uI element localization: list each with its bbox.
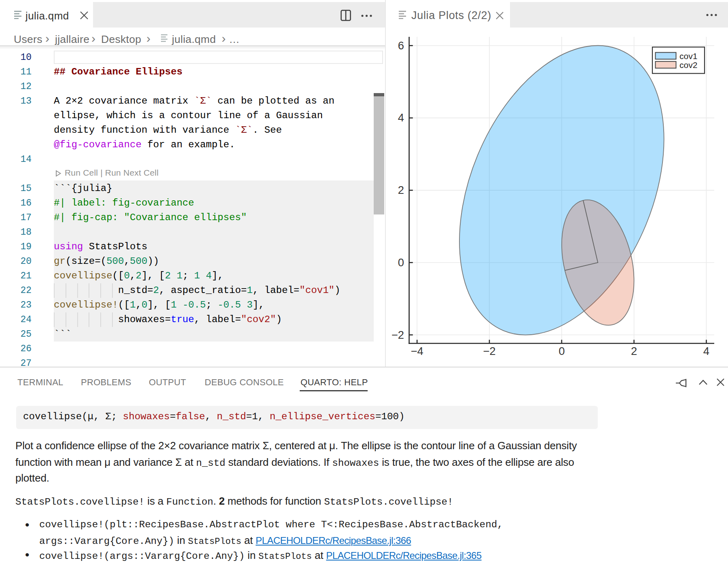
svg-text:cov2: cov2 bbox=[679, 60, 697, 70]
svg-text:4: 4 bbox=[703, 345, 709, 357]
svg-text:−2: −2 bbox=[392, 329, 404, 341]
svg-text:−4: −4 bbox=[411, 345, 423, 357]
svg-text:6: 6 bbox=[398, 39, 404, 52]
svg-text:2: 2 bbox=[631, 345, 637, 357]
svg-text:2: 2 bbox=[398, 184, 404, 196]
svg-text:−2: −2 bbox=[483, 345, 495, 357]
svg-text:0: 0 bbox=[398, 256, 404, 269]
svg-text:4: 4 bbox=[398, 111, 404, 124]
svg-text:0: 0 bbox=[559, 345, 565, 357]
svg-text:cov1: cov1 bbox=[679, 51, 697, 61]
